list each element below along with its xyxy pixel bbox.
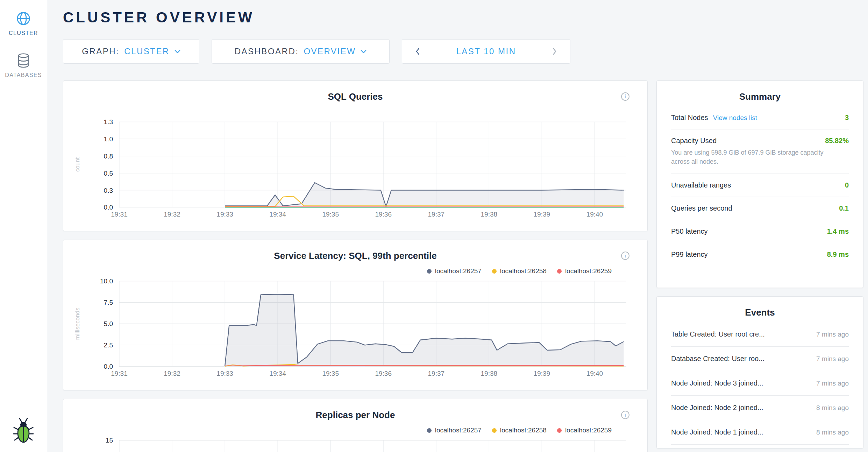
legend-label: localhost:26259 xyxy=(565,426,612,434)
series-area xyxy=(225,183,624,207)
sidebar-item-cluster[interactable]: CLUSTER xyxy=(9,10,38,36)
y-tick-label: 7.5 xyxy=(104,299,113,306)
summary-row-value: 0.1 xyxy=(839,204,849,212)
chart-card-service-latency: Service Latency: SQL, 99th percentile i … xyxy=(63,240,648,390)
graph-dropdown-value: CLUSTER xyxy=(124,47,170,56)
chevron-left-icon xyxy=(415,47,420,56)
x-tick-label: 19:31 xyxy=(111,211,128,218)
y-tick-label: 0.3 xyxy=(104,187,113,194)
legend-item[interactable]: localhost:26259 xyxy=(557,426,612,434)
x-tick-label: 19:33 xyxy=(216,211,233,218)
legend-label: localhost:26259 xyxy=(565,267,612,275)
capacity-value: 85.82% xyxy=(825,137,849,145)
dashboard-dropdown-label: DASHBOARD: xyxy=(235,47,299,56)
summary-row-unavailable-ranges: Unavailable ranges 0 xyxy=(671,174,849,197)
legend-dot xyxy=(557,428,562,433)
database-icon xyxy=(16,52,31,69)
x-tick-label: 19:39 xyxy=(534,211,550,218)
y-tick-label: 1.3 xyxy=(104,118,113,126)
cockroach-bug-icon xyxy=(13,417,34,444)
legend-label: localhost:26257 xyxy=(435,426,482,434)
chart-title: Replicas per Node xyxy=(63,410,647,421)
y-tick-label: 10.0 xyxy=(100,277,113,285)
y-tick-label: 0.5 xyxy=(104,170,113,177)
summary-row-queries-per-second: Queries per second 0.1 xyxy=(671,197,849,220)
x-tick-label: 19:36 xyxy=(375,370,392,377)
event-time: 8 mins ago xyxy=(816,429,849,436)
legend-dot xyxy=(492,428,497,433)
info-icon[interactable]: i xyxy=(621,92,630,101)
graph-dropdown[interactable]: GRAPH: CLUSTER xyxy=(63,39,199,64)
info-icon[interactable]: i xyxy=(621,251,630,260)
summary-row-value: 0 xyxy=(845,181,849,189)
event-time: 7 mins ago xyxy=(816,355,849,363)
capacity-label: Capacity Used xyxy=(671,137,717,145)
x-tick-label: 19:32 xyxy=(164,211,180,218)
legend-dot xyxy=(492,269,497,274)
event-row: Node Joined: Node 2 joined... 8 mins ago xyxy=(671,396,849,420)
x-tick-label: 19:37 xyxy=(428,370,445,377)
y-tick-label: 2.5 xyxy=(104,341,113,349)
main-content: CLUSTER OVERVIEW GRAPH: CLUSTER DASHBOAR… xyxy=(47,0,868,452)
legend-item[interactable]: localhost:26258 xyxy=(492,267,547,275)
sidebar-item-databases[interactable]: DATABASES xyxy=(5,52,42,78)
legend-dot xyxy=(427,428,432,433)
legend-item[interactable]: localhost:26258 xyxy=(492,426,547,434)
x-tick-label: 19:32 xyxy=(164,370,180,377)
x-tick-label: 19:35 xyxy=(322,370,339,377)
y-tick-label: 15 xyxy=(106,437,113,444)
sidebar-item-label: CLUSTER xyxy=(9,30,38,36)
service-latency-plot: 19:3119:3219:3319:3419:3519:3619:3719:38… xyxy=(63,240,647,390)
info-icon[interactable]: i xyxy=(621,410,630,419)
summary-column: Summary Total NodesView nodes list 3 Cap… xyxy=(656,80,863,452)
svg-text:i: i xyxy=(625,93,626,99)
capacity-description: You are using 598.9 GiB of 697.9 GiB sto… xyxy=(671,148,824,166)
summary-card: Summary Total NodesView nodes list 3 Cap… xyxy=(656,80,863,288)
app-root: CLUSTER DATABASES xyxy=(0,0,868,452)
summary-title: Summary xyxy=(671,81,849,106)
summary-row-p99-latency: P99 latency 8.9 ms xyxy=(671,243,849,266)
legend-item[interactable]: localhost:26259 xyxy=(557,267,612,275)
y-tick-label: 0.0 xyxy=(104,363,113,370)
info-circle-icon: i xyxy=(621,92,630,101)
sidebar-item-label: DATABASES xyxy=(5,72,42,78)
cockroachdb-logo[interactable] xyxy=(13,417,34,445)
dashboard-controls: GRAPH: CLUSTER DASHBOARD: OVERVIEW xyxy=(63,39,868,64)
chart-card-replicas-per-node: Replicas per Node i localhost:26257 xyxy=(63,399,648,452)
x-tick-label: 19:33 xyxy=(216,370,233,377)
event-text: Table Created: User root cre... xyxy=(671,330,765,338)
sql-queries-plot: 19:3119:3219:3319:3419:3519:3619:3719:38… xyxy=(63,81,647,231)
replicas-per-node-plot: 19:3119:3219:3319:3419:3519:3619:3719:38… xyxy=(63,399,647,452)
y-tick-label: 0.8 xyxy=(104,153,113,160)
event-time: 7 mins ago xyxy=(816,331,849,338)
chart-legend: localhost:26257 localhost:26258 localhos… xyxy=(427,267,612,275)
x-tick-label: 19:34 xyxy=(269,370,286,377)
summary-row-capacity: Capacity Used 85.82% You are using 598.9… xyxy=(671,129,849,174)
y-axis-label: milliseconds xyxy=(74,308,81,340)
chevron-down-icon xyxy=(175,50,180,53)
summary-row-p50-latency: P50 latency 1.4 ms xyxy=(671,220,849,243)
view-nodes-link[interactable]: View nodes list xyxy=(713,114,757,121)
series-area xyxy=(225,294,624,366)
x-tick-label: 19:40 xyxy=(586,370,603,377)
x-tick-label: 19:37 xyxy=(428,211,445,218)
time-prev-button[interactable] xyxy=(402,40,433,63)
x-tick-label: 19:38 xyxy=(481,370,498,377)
legend-item[interactable]: localhost:26257 xyxy=(427,426,482,434)
dashboard-dropdown-value: OVERVIEW xyxy=(304,47,356,56)
summary-row-value: 1.4 ms xyxy=(827,227,849,235)
summary-row-label: Unavailable ranges xyxy=(671,181,731,189)
svg-text:i: i xyxy=(625,412,626,418)
event-time: 8 mins ago xyxy=(816,404,849,412)
x-tick-label: 19:31 xyxy=(111,370,128,377)
dashboard-dropdown[interactable]: DASHBOARD: OVERVIEW xyxy=(212,39,390,64)
legend-item[interactable]: localhost:26257 xyxy=(427,267,482,275)
time-next-button[interactable] xyxy=(539,40,570,63)
summary-row-label: P99 latency xyxy=(671,250,708,259)
charts-column: SQL Queries i 19:3119:3219:3319:3419:351… xyxy=(63,80,648,452)
summary-row-label: Queries per second xyxy=(671,204,732,212)
x-tick-label: 19:34 xyxy=(269,211,286,218)
chart-title: Service Latency: SQL, 99th percentile xyxy=(63,250,647,261)
event-time: 7 mins ago xyxy=(816,380,849,387)
time-range-button[interactable]: LAST 10 MIN xyxy=(433,40,539,63)
